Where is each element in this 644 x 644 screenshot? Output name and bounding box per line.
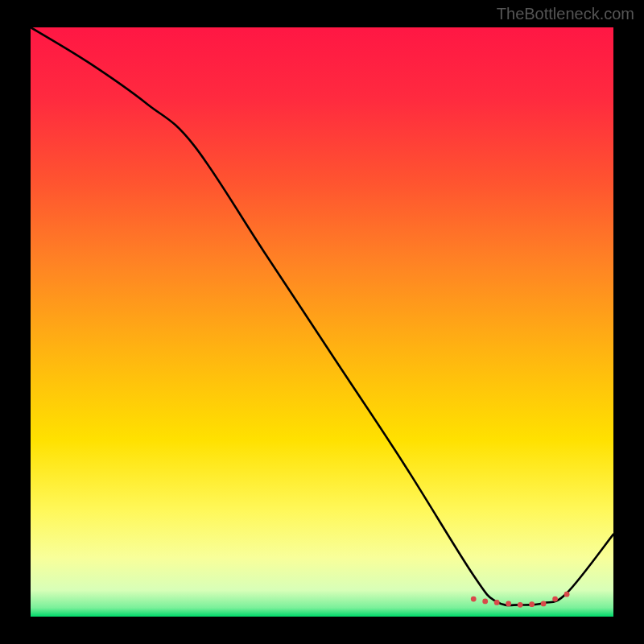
plateau-dot — [494, 600, 500, 605]
gradient-background — [31, 27, 613, 617]
plateau-dot — [529, 601, 535, 607]
watermark-text: TheBottleneck.com — [497, 5, 634, 23]
plateau-dot — [552, 597, 558, 602]
plateau-dot — [541, 601, 547, 606]
plateau-dot — [518, 602, 523, 608]
plateau-dot — [482, 599, 488, 605]
chart-svg — [31, 27, 613, 617]
plateau-dot — [506, 601, 511, 606]
plateau-dot — [471, 597, 477, 602]
plateau-dot — [564, 592, 570, 597]
plot-area — [31, 27, 613, 617]
chart-stage: TheBottleneck.com — [0, 0, 644, 644]
